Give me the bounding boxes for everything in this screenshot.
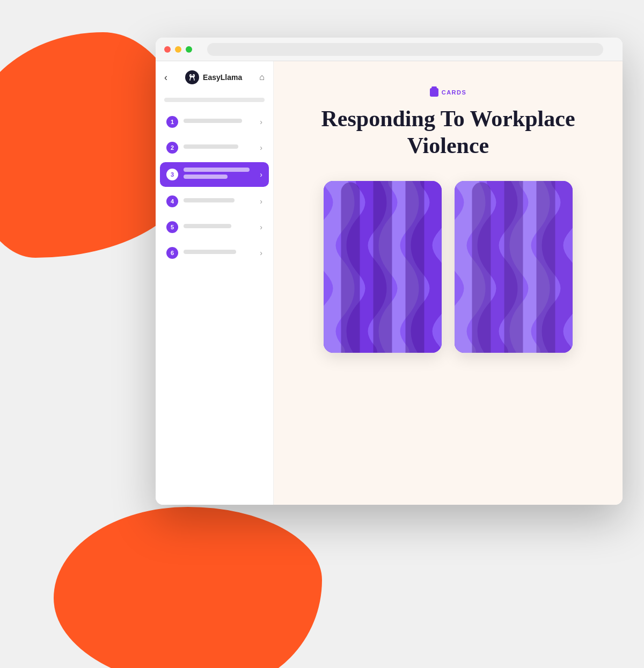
sidebar-item-num-5: 5 [166, 221, 178, 233]
card-1[interactable] [324, 181, 442, 353]
cards-grid [306, 181, 590, 353]
home-button[interactable]: ⌂ [259, 72, 265, 82]
sidebar-header: ‹ EasyLlama ⌂ [156, 70, 273, 93]
sidebar-item-line-3a [184, 168, 250, 172]
back-button[interactable]: ‹ [164, 72, 167, 83]
background-blob-bottom [54, 507, 322, 668]
url-bar[interactable] [207, 43, 603, 56]
sidebar-item-3[interactable]: 3 › [160, 162, 269, 187]
browser-window: ‹ EasyLlama ⌂ [156, 38, 623, 505]
sidebar: ‹ EasyLlama ⌂ [156, 61, 274, 505]
sidebar-item-line-6 [184, 250, 236, 254]
sidebar-item-content-4 [184, 198, 257, 205]
sidebar-chevron-5: › [260, 223, 262, 231]
sidebar-item-line-5 [184, 224, 231, 228]
sidebar-chevron-3: › [260, 170, 262, 179]
sidebar-item-4[interactable]: 4 › [160, 190, 269, 213]
traffic-light-green[interactable] [186, 46, 192, 53]
logo-text: EasyLlama [203, 73, 242, 82]
category-label: CARDS [442, 89, 467, 96]
logo-icon [185, 70, 200, 85]
sidebar-chevron-6: › [260, 249, 262, 257]
sidebar-item-num-3: 3 [166, 169, 178, 180]
browser-chrome [156, 38, 623, 61]
main-content: CARDS Responding To Workplace Violence [274, 61, 623, 505]
card-2[interactable] [455, 181, 573, 353]
page-title: Responding To Workplace Violence [306, 105, 590, 159]
sidebar-item-5[interactable]: 5 › [160, 216, 269, 238]
sidebar-item-content-2 [184, 144, 257, 151]
sidebar-item-line-2 [184, 144, 238, 149]
sidebar-item-content-3 [184, 168, 257, 181]
svg-point-4 [193, 75, 194, 76]
sidebar-item-line-1 [184, 119, 242, 123]
cards-label-row: CARDS [306, 88, 590, 97]
sidebar-item-num-1: 1 [166, 116, 178, 128]
svg-point-3 [191, 75, 192, 76]
sidebar-chevron-1: › [260, 118, 262, 126]
sidebar-item-content-5 [184, 224, 257, 231]
sidebar-section-bar [164, 98, 265, 102]
sidebar-item-line-3b [184, 175, 228, 179]
traffic-light-yellow[interactable] [175, 46, 181, 53]
sidebar-logo: EasyLlama [185, 70, 242, 85]
sidebar-item-content-1 [184, 119, 257, 126]
traffic-light-red[interactable] [164, 46, 171, 53]
sidebar-item-line-4 [184, 198, 235, 202]
cards-icon [430, 88, 438, 97]
sidebar-items-list: 1 › 2 › 3 [156, 111, 273, 264]
sidebar-item-1[interactable]: 1 › [160, 111, 269, 133]
sidebar-item-num-2: 2 [166, 142, 178, 154]
sidebar-item-6[interactable]: 6 › [160, 242, 269, 264]
sidebar-chevron-4: › [260, 197, 262, 206]
sidebar-item-2[interactable]: 2 › [160, 136, 269, 159]
browser-content: ‹ EasyLlama ⌂ [156, 61, 623, 505]
sidebar-item-content-6 [184, 250, 257, 257]
sidebar-chevron-2: › [260, 143, 262, 152]
sidebar-item-num-6: 6 [166, 247, 178, 259]
sidebar-item-num-4: 4 [166, 195, 178, 207]
